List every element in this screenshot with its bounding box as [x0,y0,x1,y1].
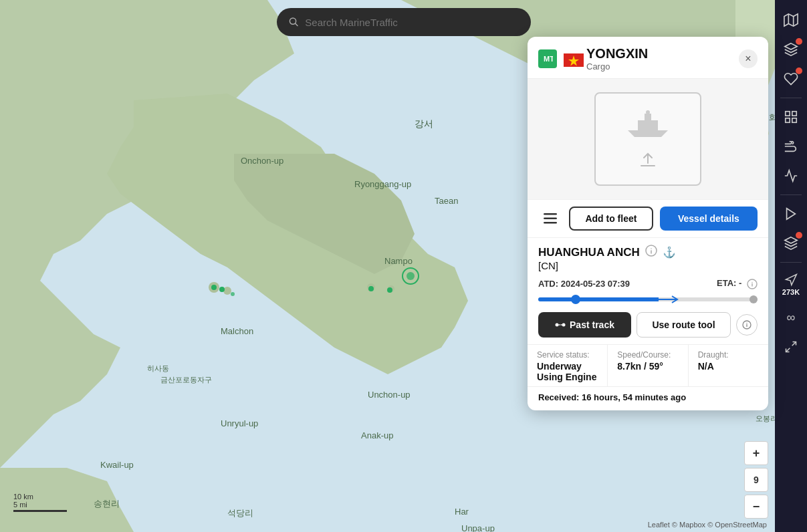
add-to-fleet-button[interactable]: Add to fleet [569,207,653,231]
card-header: MT YONGXIN Cargo × [528,37,768,79]
search-bar[interactable] [277,8,531,36]
svg-rect-54 [544,218,557,220]
signals-button[interactable] [778,162,804,189]
svg-text:Taean: Taean [435,196,458,206]
weather-button[interactable] [778,133,804,160]
scale-bar: 10 km 5 mi [13,493,67,512]
svg-text:Har: Har [455,507,469,517]
attribution-text: Leaflet © Mapbox © OpenStreetMap [648,521,767,529]
svg-rect-55 [544,222,557,224]
menu-button[interactable] [538,207,562,231]
svg-point-11 [231,292,235,296]
svg-point-60 [562,323,566,326]
vessel-details-button[interactable]: Vessel details [660,207,758,231]
svg-text:Malchon: Malchon [221,326,253,336]
infinity-button[interactable]: ∞ [778,304,804,331]
eta-block: ETA: - [717,278,758,289]
anchor-icon: ⚓ [663,246,676,259]
vessel-flag [564,53,580,64]
card-close-button[interactable]: × [739,49,758,68]
svg-text:금산포로동자구: 금산포로동자구 [160,376,212,384]
svg-line-45 [786,348,790,352]
received-label: Received: [538,392,579,402]
vessel-card: MT YONGXIN Cargo × [528,37,768,410]
speed-label: Speed/Course: [617,350,678,360]
eta-info-icon[interactable] [744,278,758,288]
svg-line-33 [295,23,297,25]
navigation-icon [784,273,798,287]
card-title-block: YONGXIN Cargo [586,46,732,72]
vessel-image-placeholder [594,92,701,186]
slider-thumb[interactable] [571,295,580,304]
scale-line [13,510,67,512]
svg-point-8 [219,287,225,292]
card-slider [528,295,768,308]
svg-text:Unchon-up: Unchon-up [368,390,411,400]
nav-count-value: 273K [782,288,800,296]
svg-text:Unpa-up: Unpa-up [461,523,495,532]
vessel-ship-icon [624,107,671,140]
svg-marker-37 [785,43,797,49]
route-info-button[interactable] [736,314,758,336]
svg-text:석당리: 석당리 [227,508,253,518]
destination-info-icon[interactable] [645,245,657,260]
zoom-level-display: 9 [744,468,768,492]
expand-button[interactable] [778,334,804,360]
favorites-button[interactable] [778,65,804,92]
search-icon [289,17,299,27]
overlay-button[interactable] [778,104,804,130]
svg-rect-51 [645,114,651,120]
card-track-buttons: Past track Use route tool [528,308,768,344]
zoom-in-button[interactable]: + [744,441,768,465]
draught-value: N/A [698,361,759,372]
slider-end-marker [750,295,758,303]
vessel-type: Cargo [586,61,732,72]
service-status-label: Service status: [537,350,598,360]
right-toolbar: 273K ∞ [775,0,807,532]
svg-rect-40 [786,118,790,122]
svg-text:히사동: 히사동 [147,364,169,372]
received-value: 16 hours, 54 minutes ago [582,392,686,402]
map-view-button[interactable] [778,7,804,33]
svg-text:송현리: 송현리 [94,499,120,509]
service-status-cell: Service status: Underway Using Engine [528,345,608,386]
svg-marker-34 [784,14,798,26]
card-destination: HUANGHUA ANCH ⚓ [CN] [528,237,768,275]
progress-track[interactable] [538,297,758,301]
svg-text:MT: MT [544,55,553,63]
expand-icon [784,340,798,354]
svg-point-10 [387,287,392,293]
svg-marker-43 [786,275,796,285]
draw-button[interactable] [778,230,804,257]
svg-text:Unryul-up: Unryul-up [221,418,258,428]
svg-point-59 [556,323,559,326]
svg-line-44 [792,342,796,346]
svg-marker-42 [787,209,796,220]
eta-label: ETA: [717,278,736,288]
scale-mi-label: 5 mi [13,501,27,509]
vessel-image-area [528,79,768,199]
play-button[interactable] [778,201,804,227]
svg-text:Ryonggang-up: Ryonggang-up [354,179,411,189]
svg-rect-39 [792,112,796,116]
svg-rect-38 [786,112,790,116]
service-status-value: Underway Using Engine [537,361,598,382]
destination-country: [CN] [538,260,758,271]
svg-rect-53 [544,213,557,215]
card-actions: Add to fleet Vessel details [528,199,768,237]
zoom-out-button[interactable]: − [744,495,768,519]
atd-label: ATD: [538,279,558,289]
svg-text:Onchon-up: Onchon-up [241,156,283,166]
svg-text:강서: 강서 [415,118,433,129]
eta-value: - [739,278,741,288]
svg-point-6 [407,272,415,280]
vessel-name: YONGXIN [586,46,732,61]
upload-photo-icon [635,144,661,171]
search-input[interactable] [305,17,518,28]
layers-button[interactable] [778,36,804,63]
past-track-button[interactable]: Past track [538,312,631,338]
scale-km-label: 10 km [13,493,33,501]
infinity-icon: ∞ [787,311,796,325]
use-route-button[interactable]: Use route tool [637,312,731,338]
nav-counter-section[interactable]: 273K [782,268,800,301]
